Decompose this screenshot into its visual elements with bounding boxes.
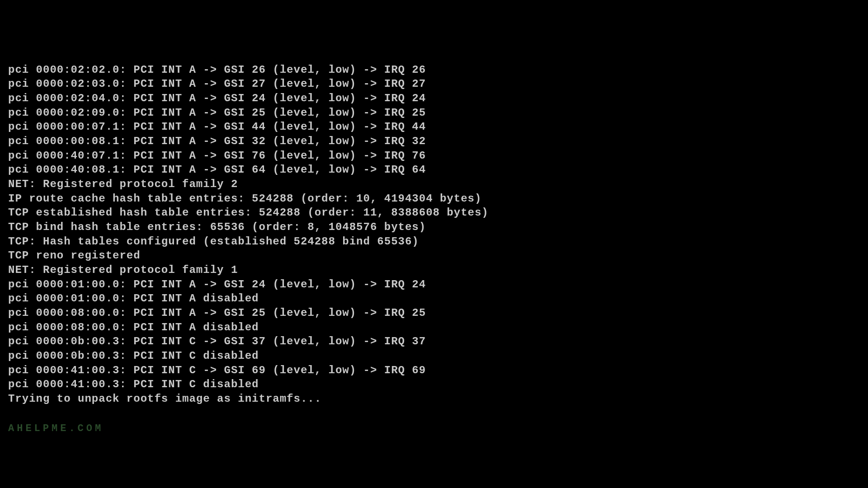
console-line: Trying to unpack rootfs image as initram… — [8, 392, 860, 406]
console-line: pci 0000:02:09.0: PCI INT A -> GSI 25 (l… — [8, 106, 860, 120]
boot-console: pci 0000:02:02.0: PCI INT A -> GSI 26 (l… — [8, 63, 860, 406]
console-line: pci 0000:02:03.0: PCI INT A -> GSI 27 (l… — [8, 77, 860, 91]
console-line: pci 0000:41:00.3: PCI INT C disabled — [8, 377, 860, 392]
console-line: pci 0000:0b:00.3: PCI INT C disabled — [8, 349, 860, 363]
console-line: pci 0000:40:08.1: PCI INT A -> GSI 64 (l… — [8, 163, 860, 177]
console-line: pci 0000:0b:00.3: PCI INT C -> GSI 37 (l… — [8, 334, 860, 349]
console-line: NET: Registered protocol family 2 — [8, 177, 860, 192]
console-line: TCP: Hash tables configured (established… — [8, 235, 860, 249]
console-line: pci 0000:08:00.0: PCI INT A disabled — [8, 320, 860, 335]
console-line: NET: Registered protocol family 1 — [8, 263, 860, 277]
console-line: TCP established hash table entries: 5242… — [8, 206, 860, 220]
console-line: TCP bind hash table entries: 65536 (orde… — [8, 220, 860, 235]
console-line: pci 0000:00:07.1: PCI INT A -> GSI 44 (l… — [8, 120, 860, 134]
watermark-text: AHELPME.COM — [8, 422, 860, 435]
console-line: pci 0000:41:00.3: PCI INT C -> GSI 69 (l… — [8, 363, 860, 378]
console-line: pci 0000:40:07.1: PCI INT A -> GSI 76 (l… — [8, 149, 860, 163]
console-line: pci 0000:00:08.1: PCI INT A -> GSI 32 (l… — [8, 134, 860, 149]
console-line: pci 0000:01:00.0: PCI INT A disabled — [8, 291, 860, 306]
console-line: pci 0000:01:00.0: PCI INT A -> GSI 24 (l… — [8, 277, 860, 292]
console-line: pci 0000:08:00.0: PCI INT A -> GSI 25 (l… — [8, 306, 860, 320]
console-line: TCP reno registered — [8, 249, 860, 263]
console-line: pci 0000:02:02.0: PCI INT A -> GSI 26 (l… — [8, 63, 860, 77]
console-line: IP route cache hash table entries: 52428… — [8, 192, 860, 206]
console-line: pci 0000:02:04.0: PCI INT A -> GSI 24 (l… — [8, 91, 860, 106]
